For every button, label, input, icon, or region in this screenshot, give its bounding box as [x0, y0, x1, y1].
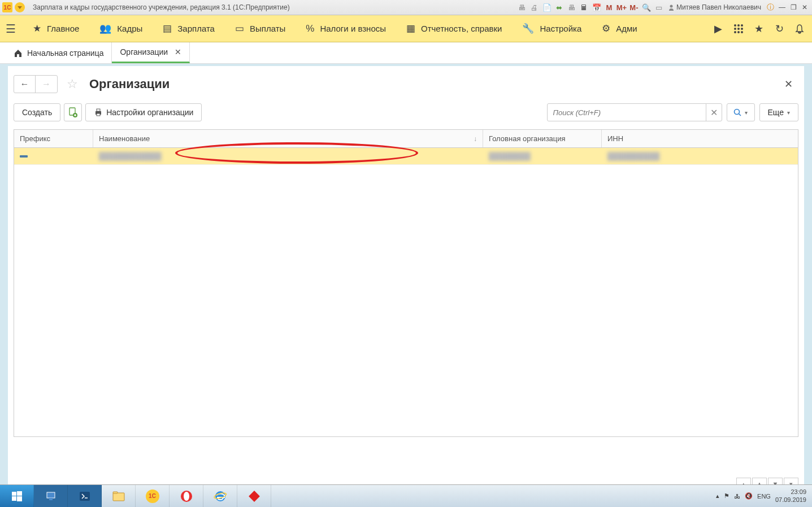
task-explorer-icon[interactable] [102, 485, 136, 508]
cell-parent: ████████ [489, 152, 531, 160]
tab-organizations[interactable]: Организации ✕ [112, 42, 190, 63]
table-row[interactable]: ████████████ ████████ ██████████ [14, 148, 798, 165]
start-button[interactable] [0, 485, 34, 508]
toolbar-calendar-icon[interactable]: 📅 [591, 2, 602, 13]
tab-label: Организации [120, 47, 168, 56]
row-marker-icon [20, 155, 28, 158]
info-icon[interactable]: ⓘ [765, 2, 776, 13]
sort-indicator-icon: ↓ [474, 135, 477, 143]
menu-label: Кадры [117, 24, 142, 33]
copy-button[interactable] [64, 103, 82, 121]
gear-icon: ⚙ [602, 23, 610, 34]
task-opera-icon[interactable] [170, 485, 203, 508]
svg-rect-13 [97, 109, 100, 111]
toolbar-print-icon[interactable]: 🖶 [516, 2, 528, 13]
cell-inn: ██████████ [607, 152, 659, 160]
cell-name: ████████████ [99, 152, 162, 160]
menu-nalogi[interactable]: % Налоги и взносы [296, 15, 396, 42]
toolbar-calc-icon[interactable]: 🖩 [579, 2, 590, 13]
search-clear-icon[interactable]: ✕ [706, 104, 722, 121]
svg-rect-17 [12, 492, 16, 496]
doc-icon: ▦ [406, 23, 415, 34]
tab-close-icon[interactable]: ✕ [175, 47, 181, 56]
column-parent[interactable]: Головная организация [483, 130, 602, 147]
column-name[interactable]: Наименование ↓ [93, 130, 483, 147]
toolbar-zoom-icon[interactable]: 🔍 [641, 2, 652, 13]
button-label: Настройки организации [106, 108, 193, 117]
windows-taskbar: 1C ▴ ⚑ 🖧 🔇 ENG 23:09 07.09.2019 [0, 484, 812, 507]
svg-rect-21 [47, 492, 55, 498]
menu-zarplata[interactable]: ▤ Зарплата [153, 15, 225, 42]
menu-bell-icon[interactable] [793, 22, 806, 36]
menu-main[interactable]: ★ Главное [23, 15, 89, 42]
toolbar-m-icon[interactable]: M [603, 2, 615, 13]
menu-kadry[interactable]: 👥 Кадры [89, 15, 153, 42]
svg-rect-18 [17, 491, 22, 496]
toolbar: Создать Настройки организации ✕ ▾ Еще ▾ [8, 99, 804, 126]
page-favorite-icon[interactable]: ☆ [67, 77, 78, 91]
task-server-icon[interactable] [34, 485, 68, 508]
menu-scroll-right-icon[interactable]: ▶ [711, 22, 725, 36]
tray-clock[interactable]: 23:09 07.09.2019 [775, 488, 806, 503]
menu-favorite-icon[interactable]: ★ [752, 22, 766, 36]
app-logo-icon: 1C [2, 2, 12, 12]
minimize-button[interactable]: — [777, 2, 787, 12]
menu-otchetnost[interactable]: ▦ Отчетность, справки [396, 15, 512, 42]
more-button[interactable]: Еще ▾ [759, 103, 799, 121]
menu-admin[interactable]: ⚙ Адми [592, 15, 639, 42]
page-close-icon[interactable]: ✕ [784, 78, 798, 90]
tab-label: Начальная страница [27, 49, 103, 58]
svg-point-0 [670, 5, 672, 8]
toolbar-compare-icon[interactable]: ⬌ [554, 2, 565, 13]
menu-label: Главное [47, 24, 79, 33]
close-button[interactable]: ✕ [800, 2, 810, 12]
menu-label: Отчетность, справки [421, 24, 502, 33]
user-label[interactable]: Митяев Павел Николаевич [668, 3, 761, 11]
toolbar-print2-icon[interactable]: 🖨 [529, 2, 540, 13]
task-powershell-icon[interactable] [68, 485, 102, 508]
org-settings-button[interactable]: Настройки организации [85, 103, 202, 121]
svg-point-6 [741, 28, 743, 30]
menu-nastroika[interactable]: 🔧 Настройка [512, 15, 592, 42]
menu-vyplaty[interactable]: ▭ Выплаты [225, 15, 296, 42]
task-app-icon[interactable] [237, 485, 271, 508]
tab-home[interactable]: Начальная страница [6, 42, 112, 63]
task-ie-icon[interactable] [203, 485, 237, 508]
svg-rect-14 [97, 113, 100, 116]
svg-point-15 [735, 110, 740, 115]
titlebar-dropdown-icon[interactable] [15, 2, 25, 12]
toolbar-printer-icon[interactable]: 🖶 [566, 2, 577, 13]
create-button[interactable]: Создать [14, 103, 60, 121]
nav-buttons: ← → [14, 75, 58, 93]
column-inn[interactable]: ИНН [602, 130, 798, 147]
tray-up-icon[interactable]: ▴ [716, 492, 719, 500]
search-button[interactable]: ▾ [727, 103, 755, 121]
tray-volume-icon[interactable]: 🔇 [745, 492, 753, 500]
menu-label: Зарплата [177, 24, 215, 33]
tray-flag-icon[interactable]: ⚑ [724, 492, 730, 500]
main-menu: ☰ ★ Главное 👥 Кадры ▤ Зарплата ▭ Выплаты… [0, 15, 812, 42]
toolbar-window-icon[interactable]: ▭ [653, 2, 665, 13]
task-1c-icon[interactable]: 1C [136, 485, 170, 508]
nav-back-button[interactable]: ← [14, 76, 36, 93]
search-input[interactable] [548, 108, 706, 117]
menu-label: Адми [616, 24, 637, 33]
tray-time: 23:09 [775, 488, 806, 496]
menu-burger-icon[interactable]: ☰ [6, 22, 23, 36]
toolbar-mminus-icon[interactable]: M- [628, 2, 640, 13]
table-header: Префикс Наименование ↓ Головная организа… [14, 130, 798, 148]
column-prefix[interactable]: Префикс [14, 130, 93, 147]
menu-label: Налоги и взносы [320, 24, 386, 33]
toolbar-mplus-icon[interactable]: M+ [616, 2, 627, 13]
search-icon [733, 108, 741, 116]
menu-label: Настройка [540, 24, 581, 33]
maximize-button[interactable]: ❐ [788, 2, 798, 12]
menu-history-icon[interactable]: ↻ [772, 22, 786, 36]
tray-lang[interactable]: ENG [757, 493, 771, 500]
tray-network-icon[interactable]: 🖧 [734, 493, 740, 500]
svg-rect-30 [249, 491, 260, 502]
menu-label: Выплаты [250, 24, 285, 33]
page-title: Организации [89, 77, 170, 91]
menu-apps-icon[interactable] [732, 22, 745, 36]
toolbar-doc-icon[interactable]: 📄 [541, 2, 553, 13]
